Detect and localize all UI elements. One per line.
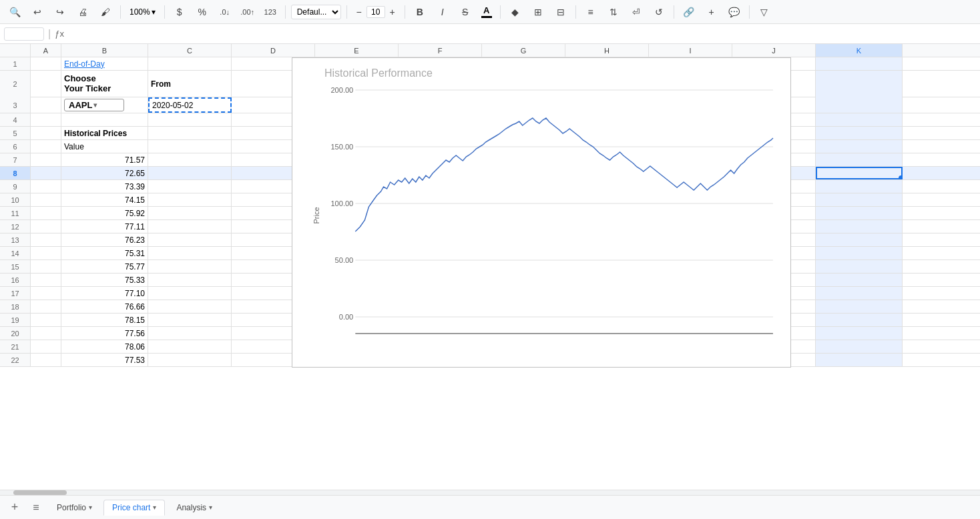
- cell-a6[interactable]: [31, 140, 61, 153]
- formula-bar: K8 | ƒx: [0, 24, 980, 44]
- cell-b15[interactable]: 75.77: [61, 260, 148, 273]
- valign-button[interactable]: ⇅: [604, 3, 623, 21]
- decimal-decrease-button[interactable]: .0↓: [216, 3, 234, 21]
- font-family-select[interactable]: Defaul...: [291, 5, 341, 19]
- cell-b11[interactable]: 75.92: [61, 207, 148, 219]
- currency-button[interactable]: $: [170, 3, 189, 21]
- zoom-control[interactable]: 100% ▾: [126, 5, 159, 19]
- cell-b4[interactable]: [61, 113, 148, 126]
- divider-1: [120, 5, 121, 19]
- link-button[interactable]: 🔗: [680, 3, 698, 21]
- font-size-input[interactable]: [366, 6, 385, 18]
- cell-reference-input[interactable]: K8: [4, 27, 44, 41]
- cell-b12[interactable]: 77.11: [61, 220, 148, 233]
- cell-b3[interactable]: AAPL ▾: [61, 97, 148, 113]
- wrap-button[interactable]: ⏎: [627, 3, 646, 21]
- cell-a3[interactable]: [31, 97, 61, 113]
- italic-button[interactable]: I: [433, 3, 452, 21]
- cell-k3[interactable]: [816, 97, 903, 113]
- row-num-12: 12: [0, 220, 31, 233]
- percent-button[interactable]: %: [193, 3, 212, 21]
- insert-button[interactable]: +: [702, 3, 721, 21]
- divider-3: [285, 5, 286, 19]
- cell-b22[interactable]: 77.53: [61, 354, 148, 366]
- row-num-19: 19: [0, 314, 31, 326]
- cell-b17[interactable]: 77.10: [61, 287, 148, 300]
- cell-b2[interactable]: ChooseYour Ticker: [61, 71, 148, 97]
- col-header-a: A: [31, 44, 61, 57]
- row-num-21: 21: [0, 340, 31, 353]
- ticker-dropdown[interactable]: AAPL ▾: [64, 99, 124, 111]
- font-color-button[interactable]: A: [479, 3, 495, 21]
- cell-c2[interactable]: From: [148, 71, 232, 97]
- cell-k2[interactable]: [816, 71, 903, 97]
- cell-b6[interactable]: Value: [61, 140, 148, 153]
- cell-b20[interactable]: 77.56: [61, 327, 148, 340]
- search-button[interactable]: 🔍: [5, 3, 24, 21]
- cell-b7[interactable]: 71.57: [61, 153, 148, 166]
- col-header-c: C: [148, 44, 232, 57]
- cell-k6[interactable]: [816, 140, 903, 153]
- row-num-2: 2: [0, 71, 31, 97]
- cell-a2[interactable]: [31, 71, 61, 97]
- cell-k8[interactable]: [816, 167, 903, 179]
- fill-handle[interactable]: [899, 175, 903, 179]
- row-num-5: 5: [0, 127, 31, 139]
- comment-button[interactable]: 💬: [725, 3, 744, 21]
- print-button[interactable]: 🖨: [73, 3, 92, 21]
- format-123-button[interactable]: 123: [261, 3, 280, 21]
- cell-k5[interactable]: [816, 127, 903, 139]
- cell-b8[interactable]: 72.65: [61, 167, 148, 179]
- cell-b9[interactable]: 73.39: [61, 180, 148, 193]
- cell-a4[interactable]: [31, 113, 61, 126]
- borders-button[interactable]: ⊞: [529, 3, 547, 21]
- cell-c6[interactable]: [148, 140, 232, 153]
- main-area: A B C D E F G H I J K 1 End-of-Day: [0, 44, 980, 495]
- corner-header: [0, 44, 31, 57]
- cell-b16[interactable]: 75.33: [61, 274, 148, 286]
- undo-button[interactable]: ↩: [28, 3, 47, 21]
- cell-a5[interactable]: [31, 127, 61, 139]
- cell-b19[interactable]: 78.15: [61, 314, 148, 326]
- font-size-increase-button[interactable]: +: [386, 5, 399, 19]
- font-size-decrease-button[interactable]: −: [352, 5, 366, 19]
- scrollbar-thumb[interactable]: [13, 490, 67, 495]
- halign-button[interactable]: ≡: [581, 3, 600, 21]
- formula-input[interactable]: [68, 27, 976, 40]
- cell-b18[interactable]: 76.66: [61, 300, 148, 313]
- cell-b14[interactable]: 75.31: [61, 247, 148, 260]
- cell-c5[interactable]: [148, 127, 232, 139]
- horizontal-scrollbar[interactable]: [0, 490, 980, 495]
- formula-icon: ƒx: [55, 29, 64, 39]
- cell-k1[interactable]: [816, 57, 903, 70]
- cell-c1[interactable]: [148, 57, 232, 70]
- cell-a1[interactable]: [31, 57, 61, 70]
- zoom-value: 100%: [130, 7, 150, 17]
- filter-button[interactable]: ▽: [755, 3, 774, 21]
- divider-8: [674, 5, 674, 19]
- cell-b21[interactable]: 78.06: [61, 340, 148, 353]
- divider-7: [575, 5, 576, 19]
- col-header-j: J: [732, 44, 816, 57]
- cell-c3[interactable]: 2020-05-02: [148, 97, 232, 113]
- row-num-1: 1: [0, 57, 31, 70]
- fill-color-button[interactable]: ◆: [506, 3, 525, 21]
- svg-text:50.00: 50.00: [335, 256, 354, 264]
- cell-b10[interactable]: 74.15: [61, 193, 148, 206]
- cell-b13[interactable]: 76.23: [61, 233, 148, 246]
- paint-format-button[interactable]: 🖌: [96, 3, 115, 21]
- bold-button[interactable]: B: [411, 3, 429, 21]
- strikethrough-button[interactable]: S: [456, 3, 475, 21]
- cell-k4[interactable]: [816, 113, 903, 126]
- cell-c4[interactable]: [148, 113, 232, 126]
- redo-button[interactable]: ↪: [51, 3, 69, 21]
- merge-button[interactable]: ⊟: [551, 3, 570, 21]
- cell-b5[interactable]: Historical Prices: [61, 127, 148, 139]
- cell-b1[interactable]: End-of-Day: [61, 57, 148, 70]
- font-color-bar: [481, 16, 492, 18]
- rotate-button[interactable]: ↺: [650, 3, 668, 21]
- decimal-increase-button[interactable]: .00↑: [238, 3, 257, 21]
- divider-6: [500, 5, 501, 19]
- toolbar: 🔍 ↩ ↪ 🖨 🖌 100% ▾ $ % .0↓ .00↑ 123 Defaul…: [0, 0, 980, 24]
- font-color-label: A: [483, 5, 489, 15]
